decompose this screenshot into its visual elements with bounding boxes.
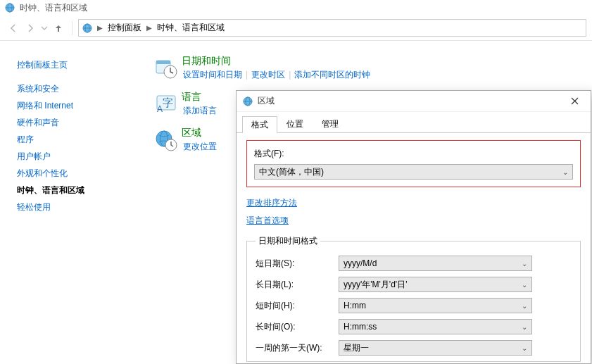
close-icon [571,97,579,105]
short-time-label: 短时间(H): [256,300,333,312]
language-icon: 字A [151,91,182,117]
row-long-time: 长时间(O): H:mm:ss⌄ [256,316,572,337]
task-link[interactable]: 更改时区 [250,70,286,80]
control-panel-window: 时钟、语言和区域 ▶ 控制面板 ▶ 时钟、语言和区域 控制面板主页 系统和安全 … [0,0,592,364]
dialog-title: 区域 [258,95,275,107]
row-short-time: 短时间(H): H:mm⌄ [256,295,572,316]
chevron-down-icon: ⌄ [522,344,527,352]
tab-admin[interactable]: 管理 [313,115,348,132]
task-link[interactable]: 更改位置 [182,142,218,151]
task-link[interactable]: 设置时间和日期 [182,70,244,80]
category-links: 添加语言 [182,105,218,117]
task-link[interactable]: 添加不同时区的时钟 [293,70,372,80]
category-title[interactable]: 日期和时间 [182,55,372,68]
nav-up-button[interactable] [51,20,66,36]
tab-location[interactable]: 位置 [277,115,313,132]
dialog-titlebar[interactable]: 区域 [237,91,591,112]
svg-text:A: A [157,104,163,114]
chevron-right-icon[interactable]: ▶ [96,24,104,32]
change-sort-link[interactable]: 更改排序方法 [246,197,297,209]
category-links: 更改位置 [182,141,218,153]
group-title: 日期和时间格式 [256,235,320,247]
nav-back-button[interactable] [6,20,21,36]
address-bar[interactable]: ▶ 控制面板 ▶ 时钟、语言和区域 [78,19,586,37]
sidebar-item[interactable]: 硬件和声音 [17,114,134,131]
sidebar: 控制面板主页 系统和安全 网络和 Internet 硬件和声音 程序 用户帐户 … [0,41,141,364]
row-short-date: 短日期(S): yyyy/M/d⌄ [256,253,572,274]
chevron-down-icon: ⌄ [562,168,568,176]
globe-icon [242,96,253,107]
separator [72,21,73,35]
sidebar-home[interactable]: 控制面板主页 [17,56,134,73]
chevron-right-icon[interactable]: ▶ [145,24,153,32]
category-title[interactable]: 区域 [182,127,218,139]
short-date-label: 短日期(S): [256,258,333,270]
navigation-bar: ▶ 控制面板 ▶ 时钟、语言和区域 [0,15,592,41]
datetime-format-group: 日期和时间格式 短日期(S): yyyy/M/d⌄ 长日期(L): yyyy'年… [246,235,581,362]
tab-format[interactable]: 格式 [242,116,277,133]
nav-forward-button[interactable] [23,20,38,36]
short-date-select[interactable]: yyyy/M/d⌄ [339,256,532,271]
window-titlebar: 时钟、语言和区域 [0,0,592,15]
long-date-label: 长日期(L): [256,279,333,291]
clock-icon [151,55,182,81]
close-button[interactable] [558,91,591,112]
format-value: 中文(简体，中国) [259,166,324,178]
sidebar-item[interactable]: 用户帐户 [17,148,134,165]
row-first-day: 一周的第一天(W): 星期一⌄ [256,337,572,358]
long-time-select[interactable]: H:mm:ss⌄ [339,319,532,334]
sidebar-item[interactable]: 系统和安全 [17,80,134,97]
nav-recent-chevron[interactable] [39,20,49,36]
row-long-date: 长日期(L): yyyy'年'M'月'd'日'⌄ [256,274,572,295]
first-day-label: 一周的第一天(W): [256,342,333,354]
sidebar-item[interactable]: 轻松使用 [17,199,134,215]
short-time-select[interactable]: H:mm⌄ [339,298,532,313]
globe-clock-icon [151,127,182,153]
chevron-down-icon: ⌄ [522,260,527,268]
svg-rect-7 [156,61,170,64]
breadcrumb-current[interactable]: 时钟、语言和区域 [155,22,227,34]
svg-text:字: 字 [163,97,173,108]
region-dialog: 区域 格式 位置 管理 格式(F): 中文(简体，中国) ⌄ 更改排序方法 语言… [236,90,591,364]
sidebar-item-current[interactable]: 时钟、语言和区域 [17,182,134,199]
category-links: 设置时间和日期|更改时区|添加不同时区的时钟 [182,69,372,81]
category-title[interactable]: 语言 [182,91,218,103]
chevron-down-icon: ⌄ [522,302,527,310]
format-label: 格式(F): [254,148,573,160]
globe-icon [4,2,15,13]
dialog-tabstrip: 格式 位置 管理 [237,112,591,133]
sidebar-item[interactable]: 外观和个性化 [17,165,134,182]
format-highlight-box: 格式(F): 中文(简体，中国) ⌄ [246,140,581,187]
sidebar-item[interactable]: 程序 [17,131,134,148]
task-link[interactable]: 添加语言 [182,106,218,115]
dialog-content: 格式(F): 中文(简体，中国) ⌄ 更改排序方法 语言首选项 日期和时间格式 … [237,133,591,364]
sidebar-item[interactable]: 网络和 Internet [17,97,134,114]
breadcrumb-root[interactable]: 控制面板 [106,22,144,34]
long-date-select[interactable]: yyyy'年'M'月'd'日'⌄ [339,277,532,292]
language-prefs-link[interactable]: 语言首选项 [246,215,289,227]
chevron-down-icon: ⌄ [522,281,527,289]
category-datetime: 日期和时间 设置时间和日期|更改时区|添加不同时区的时钟 [151,55,592,81]
chevron-down-icon: ⌄ [522,323,527,331]
window-title: 时钟、语言和区域 [20,2,87,14]
format-select[interactable]: 中文(简体，中国) ⌄ [254,164,573,180]
long-time-label: 长时间(O): [256,321,333,333]
globe-icon [82,23,93,34]
first-day-select[interactable]: 星期一⌄ [339,340,532,356]
